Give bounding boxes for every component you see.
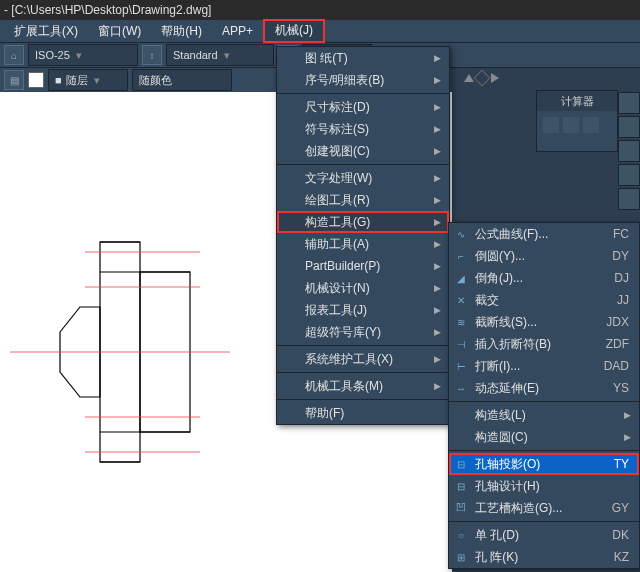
menu-bar: 扩展工具(X) 窗口(W) 帮助(H) APP+ 机械(J) (0, 20, 640, 42)
home-icon[interactable]: ⌂ (4, 45, 24, 65)
submenu-breakline[interactable]: ≋截断线(S)...JDX (449, 311, 639, 333)
tab-icon-4[interactable] (618, 164, 640, 186)
menu-item-maintenance[interactable]: 系统维护工具(X)▶ (277, 348, 449, 370)
tab-icon-3[interactable] (618, 140, 640, 162)
chamfer-icon: ◢ (454, 271, 468, 285)
menu-item-symbol[interactable]: 符号标注(S)▶ (277, 118, 449, 140)
tab-icon-2[interactable] (618, 116, 640, 138)
menu-item-create-view[interactable]: 创建视图(C)▶ (277, 140, 449, 162)
mechanical-menu: 图 纸(T)▶ 序号/明细表(B)▶ 尺寸标注(D)▶ 符号标注(S)▶ 创建视… (276, 46, 450, 425)
single-hole-icon: ○ (454, 528, 468, 542)
layer-combo[interactable]: ■ 随层▾ (48, 69, 128, 91)
break-symbol-icon: ⊣ (454, 337, 468, 351)
calc-icon-3[interactable] (583, 117, 599, 133)
hole-array-icon: ⊞ (454, 550, 468, 564)
panel-title: 计算器 (537, 91, 617, 111)
menu-window[interactable]: 窗口(W) (88, 20, 151, 42)
color-combo[interactable]: 随颜色 (132, 69, 232, 91)
submenu-slot[interactable]: 凹工艺槽构造(G)...GY (449, 497, 639, 519)
calc-icon-2[interactable] (563, 117, 579, 133)
calc-icon-1[interactable] (543, 117, 559, 133)
menu-item-report-tools[interactable]: 报表工具(J)▶ (277, 299, 449, 321)
menu-item-aux-tools[interactable]: 辅助工具(A)▶ (277, 233, 449, 255)
menu-item-symbol-lib[interactable]: 超级符号库(Y)▶ (277, 321, 449, 343)
dimstyle-combo[interactable]: ISO-25▾ (28, 44, 138, 66)
menu-item-mech-design[interactable]: 机械设计(N)▶ (277, 277, 449, 299)
build-tools-submenu: ∿公式曲线(F)...FC ⌐倒圆(Y)...DY ◢倒角(J)...DJ ✕截… (448, 222, 640, 569)
menu-item-bom[interactable]: 序号/明细表(B)▶ (277, 69, 449, 91)
menu-item-partbuilder[interactable]: PartBuilder(P)▶ (277, 255, 449, 277)
submenu-dynamic-extend[interactable]: ↔动态延伸(E)YS (449, 377, 639, 399)
calculator-panel: 计算器 (536, 90, 618, 152)
trim-icon: ✕ (454, 293, 468, 307)
hole-design-icon: ⊟ (454, 479, 468, 493)
submenu-hole-axis-design[interactable]: ⊟孔轴设计(H) (449, 475, 639, 497)
submenu-trim[interactable]: ✕截交JJ (449, 289, 639, 311)
submenu-hole-array[interactable]: ⊞孔 阵(K)KZ (449, 546, 639, 568)
menu-item-text[interactable]: 文字处理(W)▶ (277, 167, 449, 189)
submenu-chamfer[interactable]: ◢倒角(J)...DJ (449, 267, 639, 289)
hole-axis-icon: ⊟ (454, 457, 468, 471)
submenu-break[interactable]: ⊢打断(I)...DAD (449, 355, 639, 377)
submenu-formula-curve[interactable]: ∿公式曲线(F)...FC (449, 223, 639, 245)
menu-help[interactable]: 帮助(H) (151, 20, 212, 42)
extend-icon: ↔ (454, 381, 468, 395)
textstyle-combo[interactable]: Standard▾ (166, 44, 274, 66)
color-swatch[interactable] (28, 72, 44, 88)
submenu-construction-circle[interactable]: 构造圆(C)▶ (449, 426, 639, 448)
fillet-icon: ⌐ (454, 249, 468, 263)
menu-mechanical[interactable]: 机械(J) (263, 19, 325, 43)
submenu-fillet[interactable]: ⌐倒圆(Y)...DY (449, 245, 639, 267)
break-icon: ⊢ (454, 359, 468, 373)
submenu-construction-line[interactable]: 构造线(L)▶ (449, 404, 639, 426)
submenu-single-hole[interactable]: ○单 孔(D)DK (449, 524, 639, 546)
slot-icon: 凹 (454, 501, 468, 515)
submenu-hole-axis-projection[interactable]: ⊟孔轴投影(O)TY (449, 453, 639, 475)
layer-props-icon[interactable]: ▤ (4, 70, 24, 90)
dim-icon[interactable]: ↕ (142, 45, 162, 65)
menu-item-mech-help[interactable]: 帮助(F) (277, 402, 449, 424)
menu-item-build-tools[interactable]: 构造工具(G)▶ (277, 211, 449, 233)
submenu-break-symbol[interactable]: ⊣插入折断符(B)ZDF (449, 333, 639, 355)
title-bar: - [C:\Users\HP\Desktop\Drawing2.dwg] (0, 0, 640, 20)
menu-item-dimension[interactable]: 尺寸标注(D)▶ (277, 96, 449, 118)
tab-icon-5[interactable] (618, 188, 640, 210)
tab-icon-1[interactable] (618, 92, 640, 114)
breakline-icon: ≋ (454, 315, 468, 329)
menu-item-drawing[interactable]: 图 纸(T)▶ (277, 47, 449, 69)
menu-app-plus[interactable]: APP+ (212, 20, 263, 42)
menu-extend-tools[interactable]: 扩展工具(X) (4, 20, 88, 42)
menu-item-draw-tools[interactable]: 绘图工具(R)▶ (277, 189, 449, 211)
nav-cube[interactable] (464, 70, 518, 86)
menu-item-mech-toolbar[interactable]: 机械工具条(M)▶ (277, 375, 449, 397)
curve-icon: ∿ (454, 227, 468, 241)
